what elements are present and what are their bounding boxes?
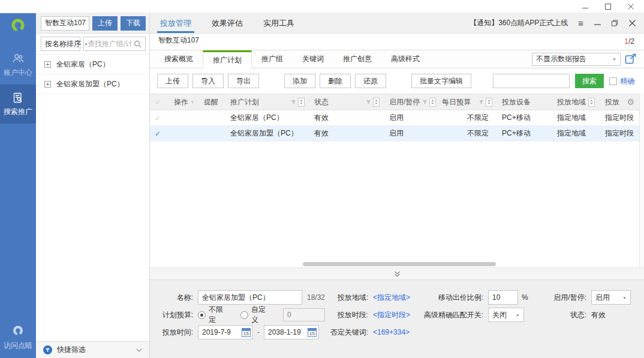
subtab-right-tools: 不显示数据报告 ▼ xyxy=(532,50,644,68)
tab-delivery-management[interactable]: 投放管理 xyxy=(150,13,201,33)
search-button[interactable]: 搜索 xyxy=(575,74,604,88)
app-close-button[interactable] xyxy=(628,20,636,27)
header-schedule[interactable]: 投放 ⚙ xyxy=(600,97,639,107)
app-minimize-button[interactable] xyxy=(594,20,601,27)
header-operation[interactable]: 操作 xyxy=(169,97,199,107)
subtab-creatives[interactable]: 推广创意 xyxy=(333,50,381,68)
subtab-keywords[interactable]: 关键词 xyxy=(293,50,333,68)
tree-search-box xyxy=(83,37,146,51)
quick-filter-bar[interactable]: 快捷筛选 xyxy=(36,341,149,358)
horizontal-scrollbar-thumb[interactable] xyxy=(303,262,495,266)
delete-button[interactable]: 删除 xyxy=(320,74,351,88)
sort-icon[interactable]: ▲▼ xyxy=(298,98,305,107)
tree-item[interactable]: + 全铝家居加盟（PC） xyxy=(36,74,149,94)
table-row[interactable]: ✓ 全铝家居（PC） 有效 启用 不限定 PC+移动 指定地域 指定时段 xyxy=(150,110,644,126)
header-enable-pause[interactable]: 启用/暂停 ▲▼ xyxy=(384,97,437,107)
subtab-advanced-styles[interactable]: 高级样式 xyxy=(381,50,429,68)
cell-campaign[interactable]: 全铝家居（PC） xyxy=(225,113,309,123)
schedule-link[interactable]: <指定时段> xyxy=(373,310,410,320)
budget-custom-input[interactable] xyxy=(283,308,325,321)
add-button[interactable]: 添加 xyxy=(284,74,315,88)
tree-empty-space xyxy=(36,94,149,341)
window-close-button[interactable] xyxy=(627,3,634,10)
subtab-campaigns[interactable]: 推广计划 xyxy=(203,50,252,68)
upload-account-button[interactable]: 上传 xyxy=(92,16,118,31)
table-row[interactable]: ✓ 全铝家居加盟（PC） 有效 启用 不限定 PC+移动 指定地域 指定时段 xyxy=(150,126,644,142)
download-account-button[interactable]: 下载 xyxy=(121,16,146,31)
exact-checkbox[interactable] xyxy=(609,77,617,85)
filter-icon[interactable] xyxy=(422,100,428,105)
header-device[interactable]: 投放设备 xyxy=(497,97,552,107)
campaign-detail-panel: 名称: 18/32 投放地域: <指定地域> 移动出价比例: % xyxy=(150,279,644,358)
tree-item[interactable]: + 全铝家居（PC） xyxy=(36,55,149,74)
sidebar-item-search-promotion[interactable]: 搜索推广 xyxy=(0,85,36,124)
sort-select[interactable]: 按名称排序 ▼ xyxy=(41,37,80,51)
sidebar-item-visit-dianjing[interactable]: 访问点睛 xyxy=(4,324,32,358)
tree-search-input[interactable] xyxy=(88,40,131,48)
name-char-count: 18/32 xyxy=(307,293,325,302)
check-icon: ✓ xyxy=(155,114,161,122)
row-checkbox[interactable]: ✓ xyxy=(150,130,169,138)
account-tab[interactable]: 智数互动107 xyxy=(158,35,199,50)
export-button[interactable]: 导出 xyxy=(228,74,259,88)
sort-icon[interactable]: ▲▼ xyxy=(373,98,380,107)
column-label: 操作 xyxy=(174,97,188,107)
header-region[interactable]: 投放地域 ▲▼ xyxy=(552,97,600,107)
batch-text-edit-button[interactable]: 批量文字编辑 xyxy=(411,74,471,88)
start-date-picker[interactable]: 2019-7-9 15 xyxy=(198,325,253,339)
menu-icon[interactable]: ≡ xyxy=(578,18,583,28)
filter-icon[interactable] xyxy=(191,100,194,105)
report-select[interactable]: 不显示数据报告 ▼ xyxy=(532,53,621,66)
advanced-match-select[interactable]: 关闭 ▼ xyxy=(488,308,524,322)
tab-utilities[interactable]: 实用工具 xyxy=(253,13,305,33)
name-input[interactable] xyxy=(198,290,302,305)
calendar-day: 15 xyxy=(243,331,249,336)
app-logo xyxy=(9,17,27,35)
notification-link[interactable]: 【通知】360点睛APP正式上线 xyxy=(470,18,568,28)
account-select[interactable]: 智数互动107 ▼ xyxy=(41,16,89,31)
sidebar-item-account-center[interactable]: 账户中心 xyxy=(0,46,36,85)
negative-keywords-link[interactable]: <169+334> xyxy=(373,328,410,336)
detail-collapse-bar[interactable] xyxy=(150,267,644,279)
filter-icon[interactable] xyxy=(479,100,484,105)
region-link[interactable]: <指定地域> xyxy=(373,293,410,303)
budget-custom-label: 自定义 xyxy=(251,305,272,325)
header-status[interactable]: 状态 ▲▼ xyxy=(309,97,384,107)
double-chevron-down-icon xyxy=(393,271,401,277)
header-daily-budget[interactable]: 每日预算 ▲▼ xyxy=(437,97,497,107)
restore-button[interactable]: 还原 xyxy=(355,74,386,88)
window-maximize-button[interactable] xyxy=(604,3,612,10)
filter-icon[interactable] xyxy=(291,100,296,105)
export-report-icon[interactable] xyxy=(625,53,637,65)
cell-campaign[interactable]: 全铝家居加盟（PC） xyxy=(225,128,309,139)
expand-icon[interactable]: + xyxy=(44,81,51,88)
budget-custom-option[interactable]: 自定义 xyxy=(240,305,272,325)
column-settings-gear-icon[interactable]: ⚙ xyxy=(627,97,634,107)
sort-icon[interactable]: ▲▼ xyxy=(588,98,595,107)
upload-button[interactable]: 上传 xyxy=(157,74,188,88)
app-sidebar: 账户中心 搜索推广 访问点睛 xyxy=(0,13,36,358)
subtab-ad-groups[interactable]: 推广组 xyxy=(252,50,293,68)
header-campaign[interactable]: 推广计划 ▲▼ xyxy=(225,97,309,107)
app-restore-button[interactable] xyxy=(611,20,618,27)
enable-pause-select[interactable]: 启用 ▼ xyxy=(591,290,631,305)
header-reminder[interactable]: 提醒 xyxy=(199,97,225,107)
filter-icon[interactable] xyxy=(366,100,371,105)
radio-unselected-icon[interactable] xyxy=(240,311,248,319)
import-button[interactable]: 导入 xyxy=(192,74,224,88)
exact-match-option[interactable]: 精确 xyxy=(609,76,634,86)
end-date-picker[interactable]: 2038-1-19 15 xyxy=(264,325,319,339)
tab-effect-evaluation[interactable]: 效果评估 xyxy=(201,13,253,33)
radio-selected-icon[interactable] xyxy=(198,311,206,319)
expand-icon[interactable]: + xyxy=(44,61,51,68)
budget-unlimited-option[interactable]: 不限定 xyxy=(198,305,230,325)
table-search-input[interactable] xyxy=(493,74,570,88)
window-minimize-button[interactable] xyxy=(582,3,589,10)
row-checkbox[interactable]: ✓ xyxy=(150,114,169,122)
sort-icon[interactable]: ▲▼ xyxy=(486,98,492,107)
header-select-all[interactable]: ✓ xyxy=(150,98,169,106)
subtab-search-overview[interactable]: 搜索概览 xyxy=(155,50,203,68)
mobile-bid-input[interactable] xyxy=(488,290,518,305)
main-content: 智数互动107 1/2 搜索概览 推广计划 推广组 关键词 推广创意 高级样式 … xyxy=(150,34,644,358)
sort-icon[interactable]: ▲▼ xyxy=(429,98,436,107)
